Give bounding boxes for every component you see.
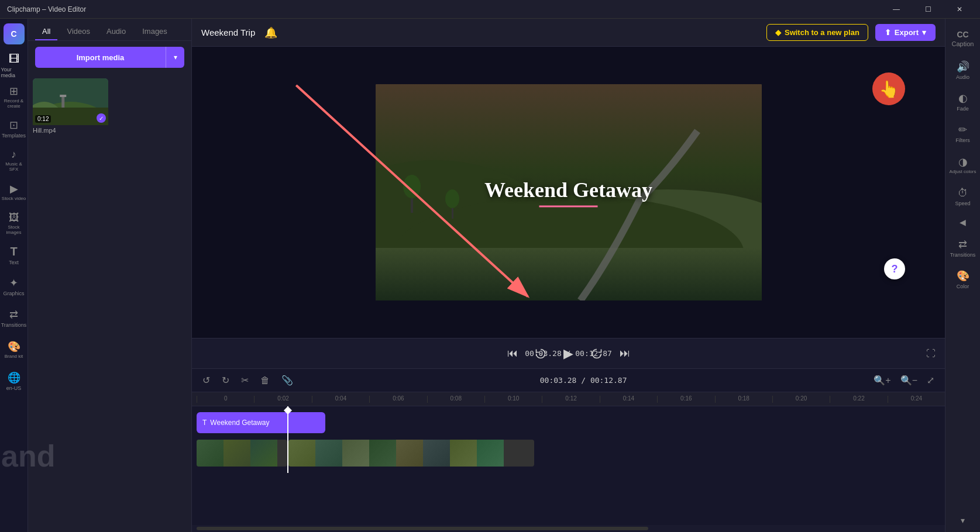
right-panel-color[interactable]: 🎨 Color [948, 264, 978, 295]
right-panel-speed[interactable]: ⏱ Speed [948, 181, 978, 212]
import-media-button[interactable]: Import media [35, 47, 166, 68]
tab-audio[interactable]: Audio [99, 23, 133, 40]
timeline-playhead[interactable] [287, 406, 288, 473]
brand-kit-icon: 🎨 [8, 340, 20, 353]
timeline-area: ↺ ↻ ✂ 🗑 📎 00:03.28 / 00:12.87 🔍+ 🔍− ⤢ [192, 368, 945, 532]
right-panel-caption[interactable]: CC Caption [948, 23, 978, 54]
video-title-underline [539, 206, 597, 208]
filters-label: Filters [955, 137, 970, 143]
sidebar-item-brand-kit[interactable]: 🎨 Brand kit [1, 334, 27, 365]
caption-icon: CC [957, 30, 968, 39]
tab-videos[interactable]: Videos [60, 23, 97, 40]
timeline-ruler: 0 0:02 0:04 0:06 0:08 0:10 0:12 0:14 0:1… [192, 392, 945, 406]
app-logo: C [4, 23, 25, 44]
svg-point-12 [403, 175, 421, 198]
ruler-mark-16: 0:16 [657, 396, 714, 403]
ruler-marks: 0 0:02 0:04 0:06 0:08 0:10 0:12 0:14 0:1… [197, 396, 945, 403]
timeline-scrollbar[interactable] [192, 525, 945, 532]
media-tabs: All Videos Audio Images [28, 19, 191, 41]
sidebar-item-record[interactable]: ⊞ Record &create [1, 82, 27, 112]
right-panel-audio[interactable]: 🔊 Audio [948, 55, 978, 85]
adjust-colors-label: Adjust colors [950, 170, 976, 175]
sidebar-item-graphics[interactable]: ✦ Graphics [1, 271, 27, 302]
export-label: Export [895, 28, 919, 37]
playback-controls: ⏮ 5 ▶ ⏭ 00:03.28 / 00:12.87 [192, 338, 945, 368]
video-clip-pre[interactable] [197, 440, 287, 467]
sidebar-item-templates[interactable]: ⊡ Templates [1, 113, 27, 144]
timeline-time-display: 00:03.28 / 00:12.87 [301, 376, 865, 385]
record-icon: ⊞ [9, 85, 18, 98]
text-clip-weekend-getaway[interactable]: T Weekend Getaway [197, 412, 325, 433]
maximize-button[interactable]: ☐ [914, 0, 941, 19]
titlebar: Clipchamp – Video Editor — ☐ ✕ [0, 0, 980, 19]
import-dropdown-button[interactable]: ▾ [166, 47, 184, 68]
fullscreen-button[interactable]: ⛶ [926, 348, 936, 359]
video-track-clips [197, 440, 534, 465]
help-icon: ? [892, 263, 898, 275]
help-button[interactable]: ? [884, 258, 905, 279]
export-icon: ⬆ [885, 28, 891, 37]
close-button[interactable]: ✕ [946, 0, 973, 19]
import-button-group: Import media ▾ [35, 47, 184, 68]
minimize-button[interactable]: — [883, 0, 910, 19]
window-controls: — ☐ ✕ [883, 0, 973, 19]
svg-rect-5 [60, 95, 66, 97]
zoom-out-button[interactable]: 🔍− [897, 372, 921, 388]
right-panel-fade[interactable]: ◐ Fade [948, 87, 978, 117]
sidebar-item-stock-video[interactable]: ▶ Stock video [1, 177, 27, 207]
ruler-mark-20: 0:20 [772, 396, 830, 403]
fade-icon: ◐ [958, 92, 968, 105]
right-panel-expand[interactable]: ▾ [948, 513, 978, 527]
video-clip-main[interactable] [288, 440, 534, 467]
hand-cursor-icon: 👆 [879, 80, 899, 99]
diamond-icon: ◆ [775, 28, 781, 37]
templates-icon: ⊡ [9, 119, 18, 132]
media-item-hill[interactable]: 0:12 ✓ Hill.mp4 [33, 78, 108, 527]
color-icon: 🎨 [957, 270, 969, 282]
media-filename: Hill.mp4 [33, 125, 108, 136]
sidebar-item-text[interactable]: T Text [1, 240, 27, 270]
sidebar-item-en-us[interactable]: 🌐 en-US [1, 366, 27, 396]
clip-thumb-4 [288, 440, 315, 467]
tab-all[interactable]: All [35, 23, 57, 40]
music-icon: ♪ [11, 148, 16, 161]
export-button[interactable]: ⬆ Export ▾ [875, 24, 936, 41]
top-bar: Weekend Trip 🔔 ◆ Switch to a new plan ⬆ … [192, 19, 945, 47]
notification-button[interactable]: 🔔 [264, 26, 277, 39]
sidebar-item-label-music: Music & SFX [1, 162, 27, 172]
clip-thumb-11 [477, 440, 504, 467]
expand-timeline-button[interactable]: ⤢ [923, 372, 938, 388]
speed-icon: ⏱ [958, 187, 968, 199]
app-title: Clipchamp – Video Editor [7, 5, 883, 13]
switch-plan-button[interactable]: ◆ Switch to a new plan [766, 24, 868, 41]
redo-button[interactable]: ↻ [218, 372, 233, 388]
skip-forward-button[interactable]: ⏭ [615, 344, 634, 363]
tab-images[interactable]: Images [135, 23, 174, 40]
clip-thumb-6 [342, 440, 369, 467]
attach-button[interactable]: 📎 [278, 372, 297, 388]
undo-button[interactable]: ↺ [199, 372, 214, 388]
ruler-mark-04: 0:04 [312, 396, 369, 403]
filters-icon: ✏ [958, 123, 967, 136]
svg-point-14 [445, 189, 459, 208]
right-panel-filters[interactable]: ✏ Filters [948, 118, 978, 148]
sidebar-item-your-media[interactable]: 🎞 Your media [1, 50, 27, 81]
zoom-in-button[interactable]: 🔍+ [870, 372, 894, 388]
sidebar-item-label-transitions: Transitions [1, 322, 27, 328]
sidebar-item-transitions[interactable]: ⇄ Transitions [1, 303, 27, 333]
right-panel-adjust-colors[interactable]: ◑ Adjust colors [948, 150, 978, 180]
text-icon: T [10, 245, 17, 258]
sidebar-item-music[interactable]: ♪ Music & SFX [1, 145, 27, 175]
project-name[interactable]: Weekend Trip [201, 27, 255, 37]
skip-back-button[interactable]: ⏮ [503, 344, 522, 363]
sidebar-item-label-stock-video: Stock video [2, 196, 26, 202]
cut-button[interactable]: ✂ [238, 372, 252, 388]
delete-button[interactable]: 🗑 [257, 373, 273, 388]
ruler-mark-12: 0:12 [542, 396, 599, 403]
right-panel-transitions[interactable]: ⇄ Transitions [948, 233, 978, 263]
sidebar-item-stock-images[interactable]: 🖼 Stock images [1, 208, 27, 239]
fade-label: Fade [957, 106, 969, 112]
panel-collapse-button[interactable]: ◀ [960, 217, 966, 227]
media-icon: 🎞 [9, 53, 19, 65]
ruler-mark-0: 0 [197, 396, 254, 403]
